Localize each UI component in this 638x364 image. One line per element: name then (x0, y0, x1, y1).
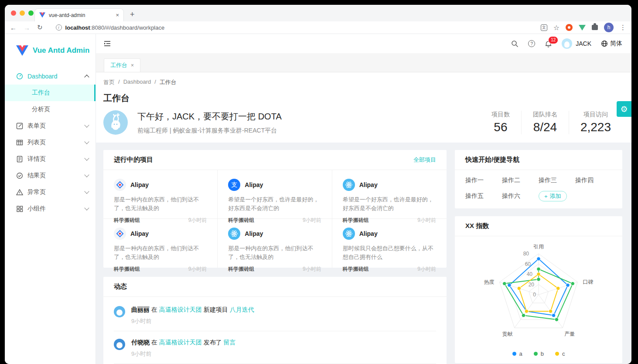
quicknav-link[interactable]: 操作四 (575, 174, 612, 187)
project-name[interactable]: Alipay (130, 181, 149, 188)
project-name[interactable]: Alipay (130, 230, 149, 237)
project-group[interactable]: 科学搬砖组 (114, 265, 140, 273)
sidebar-item-dashboard[interactable]: Dashboard (5, 68, 96, 85)
quicknav-card: 快速开始/便捷导航 操作一 操作二 操作三 操作四 操作五 操作六 + 添加 (455, 150, 622, 208)
app-logo[interactable]: Vue Antd Admin (5, 34, 96, 58)
project-card[interactable]: Alipay 那时候我只会想自己想要什么，从不想自己拥有什么 科学搬砖组9小时前 (332, 219, 447, 268)
globe-icon (601, 40, 608, 47)
stat-projects: 项目数 56 (480, 111, 521, 134)
project-card[interactable]: Alipay 那是一种内在的东西，他们到达不了，也无法触及的 科学搬砖组9小时前 (218, 219, 332, 268)
project-card[interactable]: Alipay 那是一种内在的东西，他们到达不了，也无法触及的 科学搬砖组9小时前 (103, 170, 218, 219)
tab-close-icon[interactable]: × (116, 12, 119, 18)
feed-user[interactable]: 曲丽丽 (131, 306, 150, 313)
back-icon[interactable]: ← (10, 24, 17, 31)
widget-icon (16, 205, 23, 212)
legend-dot (512, 352, 516, 356)
profile-icon (16, 156, 23, 163)
project-time: 9小时前 (417, 265, 436, 273)
project-card[interactable]: 支Alipay 希望是一个好东西，也许是最好的，好东西是不会消亡的 科学搬砖组9… (218, 170, 332, 219)
user-menu[interactable]: JACK (562, 38, 591, 49)
browser-menu-icon[interactable]: ⋮ (620, 24, 626, 31)
sidebar-item-detail[interactable]: 详情页 (5, 151, 96, 167)
maximize-window-button[interactable] (28, 10, 34, 16)
stat-value: 8/24 (533, 120, 557, 134)
new-tab-button[interactable]: + (130, 10, 135, 19)
feed-user[interactable]: 付晓晓 (131, 339, 150, 346)
forward-icon[interactable]: → (24, 24, 30, 31)
project-card[interactable]: Alipay 那是一种内在的东西，他们到达不了，也无法触及的 科学搬砖组9小时前 (103, 219, 218, 268)
site-info-icon[interactable]: i (56, 24, 62, 31)
legend-item[interactable]: c (555, 350, 565, 357)
project-card[interactable]: Alipay 希望是一个好东西，也许是最好的，好东西是不会消亡的 科学搬砖组9小… (332, 170, 447, 219)
stat-visits: 项目访问 2,223 (569, 111, 622, 134)
feed-group-link[interactable]: 高逼格设计天团 (159, 339, 202, 346)
browser-tab[interactable]: vue-antd-admin × (34, 8, 124, 21)
chevron-down-icon (84, 139, 89, 144)
search-icon[interactable] (511, 40, 519, 48)
projects-card: 进行中的项目 全部项目 Alipay 那是一种内在的东西，他们到达不了，也无法触… (103, 150, 447, 268)
activity-card: 动态 曲丽丽 在 高逼格设计天团 新建项目 (103, 277, 447, 364)
extensions-puzzle-icon[interactable] (592, 25, 598, 30)
radar-card: XX 指数 020406080引用口碑产量贡献热度 a b c (455, 216, 622, 363)
locale-switcher[interactable]: 简体 (601, 40, 622, 48)
traffic-lights[interactable] (11, 10, 34, 16)
browser-profile-avatar[interactable]: h (604, 23, 614, 32)
quicknav-link[interactable]: 操作一 (465, 174, 502, 187)
translate-icon[interactable]: 文 (541, 24, 547, 31)
vue-devtools-icon[interactable] (579, 25, 586, 31)
sidebar-item-workplace[interactable]: 工作台 (5, 85, 96, 101)
greeting-subtitle: 前端工程师 | 蚂蚁金服-计算服务事业群-REACT平台 (137, 127, 480, 135)
chevron-down-icon (84, 156, 89, 160)
feed-target-link[interactable]: 留言 (224, 339, 236, 346)
close-window-button[interactable] (11, 10, 16, 16)
legend-item[interactable]: b (534, 350, 544, 357)
breadcrumb-home[interactable]: 首页 (103, 78, 115, 86)
quicknav-link[interactable]: 操作二 (502, 174, 539, 187)
notification-bell-icon[interactable]: 12 (545, 40, 552, 48)
project-name[interactable]: Alipay (359, 181, 378, 188)
header-stats: 项目数 56 团队排名 8/24 项目访问 2,223 (480, 111, 622, 134)
quicknav-link[interactable]: 操作六 (502, 190, 539, 202)
extension-orange-icon[interactable] (566, 24, 573, 31)
page-title: 工作台 (103, 92, 622, 104)
url-path: :8080/#/dashboard/workplace (90, 24, 165, 31)
form-icon (16, 122, 23, 129)
project-group[interactable]: 科学搬砖组 (228, 265, 254, 273)
chevron-down-icon (84, 122, 89, 127)
settings-gear-button[interactable]: ⚙ (617, 101, 631, 117)
breadcrumb-dashboard[interactable]: Dashboard (123, 78, 151, 86)
sidebar-item-list[interactable]: 列表页 (5, 134, 96, 151)
feed-target-link[interactable]: 八月迭代 (230, 306, 254, 313)
project-desc: 那时候我只会想自己想要什么，从不想自己拥有什么 (343, 244, 436, 262)
minimize-window-button[interactable] (20, 10, 25, 16)
project-time: 9小时前 (188, 265, 207, 273)
legend-item[interactable]: a (512, 350, 522, 357)
tab-close-icon[interactable]: × (131, 62, 134, 68)
sidebar-item-form[interactable]: 表单页 (5, 118, 96, 134)
project-name[interactable]: Alipay (245, 230, 263, 237)
address-bar[interactable]: localhost:8080/#/dashboard/workplace (65, 24, 541, 31)
sidebar-item-analysis[interactable]: 分析页 (5, 101, 96, 118)
add-button[interactable]: + 添加 (539, 191, 567, 201)
feed-item: 付晓晓 在 高逼格设计天团 发布了 留言 9小时前 (114, 331, 436, 364)
project-name[interactable]: Alipay (245, 181, 263, 188)
quicknav-link[interactable]: 操作五 (465, 190, 502, 202)
sidebar-item-exception[interactable]: 异常页 (5, 184, 96, 201)
project-name[interactable]: Alipay (359, 230, 378, 237)
help-icon[interactable]: ? (528, 40, 535, 47)
quicknav-link[interactable]: 操作三 (539, 174, 575, 187)
menu-fold-icon[interactable] (103, 39, 112, 48)
bookmark-star-icon[interactable]: ☆ (553, 24, 560, 32)
sidebar-item-widget[interactable]: 小组件 (5, 201, 96, 217)
reload-icon[interactable]: ↻ (37, 24, 43, 31)
page-content: 进行中的项目 全部项目 Alipay 那是一种内在的东西，他们到达不了，也无法触… (96, 143, 631, 364)
greeting-avatar (103, 110, 128, 135)
project-group[interactable]: 科学搬砖组 (343, 265, 369, 273)
all-projects-link[interactable]: 全部项目 (413, 156, 436, 164)
page-tab-workplace[interactable]: 工作台 × (104, 58, 140, 72)
antd-icon (114, 179, 126, 191)
feed-group-link[interactable]: 高逼格设计天团 (159, 306, 202, 313)
sidebar-item-label: Dashboard (27, 73, 85, 80)
sidebar-item-result[interactable]: 结果页 (5, 167, 96, 184)
svg-text:80: 80 (523, 251, 529, 257)
